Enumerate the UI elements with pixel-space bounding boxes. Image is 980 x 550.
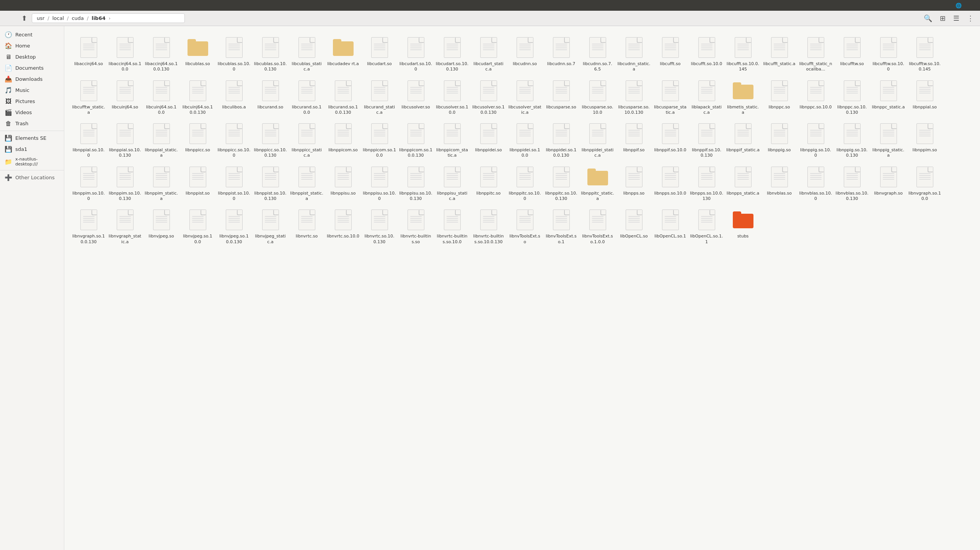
file-item[interactable]: libcufft_static_nocallba...	[797, 32, 834, 75]
file-item[interactable]: libcublas.so.10.0	[216, 32, 252, 75]
file-item[interactable]: libmetis_static.a	[725, 75, 761, 119]
file-item[interactable]: libaccinj64.so	[70, 32, 107, 75]
file-item[interactable]: libnppisu.so.10.0	[361, 162, 398, 205]
file-item[interactable]: libcufftw.so	[834, 32, 870, 75]
file-item[interactable]: libnppicc.so.10.0.130	[252, 118, 289, 162]
file-item[interactable]: libnppim_static.a	[143, 162, 179, 205]
sidebar-item-home[interactable]: 🏠 Home	[0, 40, 64, 51]
file-item[interactable]: libnppicom.so	[325, 118, 361, 162]
view-options-button[interactable]: ⊞	[937, 13, 949, 24]
file-item[interactable]: libnppidei_static.a	[579, 118, 616, 162]
forward-button[interactable]	[11, 17, 17, 20]
file-item[interactable]: libnppig_static.a	[870, 118, 907, 162]
file-item[interactable]: libcusparse.so.10.0.130	[616, 75, 652, 119]
file-item[interactable]: libnpps.so.10.0.130	[688, 162, 725, 205]
file-item[interactable]: stubs	[725, 205, 761, 248]
file-item[interactable]: libculibos.a	[216, 75, 252, 119]
file-item[interactable]: libnvrtc.so	[289, 205, 325, 248]
sidebar-item-x-nautilus[interactable]: 📁 x-nautilus-desktop:///	[0, 155, 64, 169]
file-item[interactable]: libcublas_static.a	[289, 32, 325, 75]
file-item[interactable]: libnvToolsExt.so	[507, 205, 543, 248]
file-item[interactable]: libnppial_static.a	[143, 118, 179, 162]
file-item[interactable]: libnvblas.so.10.0	[797, 162, 834, 205]
file-item[interactable]: libcuinj64.so.10.0	[143, 75, 179, 119]
sidebar-item-recent[interactable]: 🕐 Recent	[0, 29, 64, 40]
file-item[interactable]: libnppif_static.a	[725, 118, 761, 162]
file-item[interactable]: libOpenCL.so.1.1	[688, 205, 725, 248]
file-item[interactable]: libnppc.so.10.0.130	[834, 75, 870, 119]
back-button[interactable]	[3, 17, 9, 20]
file-item[interactable]: libnppim.so	[907, 118, 943, 162]
file-item[interactable]: libnvToolsExt.so.1	[543, 205, 579, 248]
file-item[interactable]: libnppist.so	[179, 162, 216, 205]
file-item[interactable]: libcudart.so	[361, 32, 398, 75]
file-item[interactable]: libnppitc.so	[470, 162, 507, 205]
file-item[interactable]: libnppc_static.a	[870, 75, 907, 119]
file-item[interactable]: libcufft.so.10.0.145	[725, 32, 761, 75]
file-item[interactable]: libcufft.so.10.0	[688, 32, 725, 75]
file-item[interactable]: libcudart.so.10.0.130	[434, 32, 470, 75]
breadcrumb-lib64[interactable]: lib64	[90, 15, 107, 22]
file-item[interactable]: libcufftw_static.a	[70, 75, 107, 119]
file-item[interactable]: libaccinj64.so.10.0.130	[143, 32, 179, 75]
file-item[interactable]: libnpps.so.10.0	[652, 162, 688, 205]
file-item[interactable]: libcusparse.so	[543, 75, 579, 119]
file-item[interactable]: libnppig.so	[761, 118, 797, 162]
file-item[interactable]: libnvToolsExt.so.1.0.0	[579, 205, 616, 248]
file-item[interactable]: libnvblas.so.10.0.130	[834, 162, 870, 205]
file-item[interactable]: libcudadev rt.a	[325, 32, 361, 75]
file-item[interactable]: libcuinj64.so.10.0.130	[179, 75, 216, 119]
file-item[interactable]: libnppif.so	[616, 118, 652, 162]
file-item[interactable]: libcusolver.so.10.0.130	[470, 75, 507, 119]
file-item[interactable]: libnppc.so.10.0	[797, 75, 834, 119]
file-item[interactable]: libcublas.so	[179, 32, 216, 75]
file-item[interactable]: libcusolver.so.10.0	[434, 75, 470, 119]
breadcrumb-local[interactable]: local	[51, 15, 65, 22]
sidebar-item-trash[interactable]: 🗑 Trash	[0, 118, 64, 129]
file-item[interactable]: libnvrtc.so.10.0.130	[361, 205, 398, 248]
file-item[interactable]: libnppisu_static.a	[434, 162, 470, 205]
file-item[interactable]: libcurand.so.10.0.130	[325, 75, 361, 119]
file-item[interactable]: libcufft.so	[652, 32, 688, 75]
list-view-button[interactable]: ☰	[950, 13, 962, 24]
file-item[interactable]: libnvjpeg.so	[143, 205, 179, 248]
file-item[interactable]: libnvgraph_static.a	[107, 205, 143, 248]
file-item[interactable]: libnppial.so.10.0.130	[107, 118, 143, 162]
file-item[interactable]: libnvblas.so	[761, 162, 797, 205]
file-item[interactable]: libnpps.so	[616, 162, 652, 205]
file-item[interactable]: libnppidei.so	[470, 118, 507, 162]
file-item[interactable]: libnppig.so.10.0.130	[834, 118, 870, 162]
file-item[interactable]: libnppicc_static.a	[289, 118, 325, 162]
file-item[interactable]: libnppidei.so.10.0	[507, 118, 543, 162]
file-item[interactable]: libaccinj64.so.10.0	[107, 32, 143, 75]
file-item[interactable]: libcusparse_static.a	[652, 75, 688, 119]
sidebar-item-music[interactable]: 🎵 Music	[0, 85, 64, 96]
file-item[interactable]: libnppicom_static.a	[434, 118, 470, 162]
file-item[interactable]: liblapack_static.a	[688, 75, 725, 119]
file-item[interactable]: libnvgraph.so.10.0	[907, 162, 943, 205]
file-item[interactable]: libnvjpeg_static.a	[252, 205, 289, 248]
sidebar-item-documents[interactable]: 📄 Documents	[0, 62, 64, 74]
parent-folder-button[interactable]: ⬆	[18, 13, 30, 24]
file-item[interactable]: libnppicc.so	[179, 118, 216, 162]
file-item[interactable]: libnppisu.so	[325, 162, 361, 205]
file-item[interactable]: libnppial.so	[907, 75, 943, 119]
file-item[interactable]: libOpenCL.so	[616, 205, 652, 248]
file-item[interactable]: libcusolver.so	[398, 75, 434, 119]
sidebar-item-elements-se[interactable]: 💾 Elements SE	[0, 133, 64, 144]
file-item[interactable]: libnppitc.so.10.0.130	[543, 162, 579, 205]
file-item[interactable]: libcudart_static.a	[470, 32, 507, 75]
file-item[interactable]: libnppicc.so.10.0	[216, 118, 252, 162]
file-item[interactable]: libnvrtc.so.10.0	[325, 205, 361, 248]
file-item[interactable]: libnvjpeg.so.10.0	[179, 205, 216, 248]
sidebar-item-videos[interactable]: 🎬 Videos	[0, 107, 64, 118]
file-item[interactable]: libOpenCL.so.1	[652, 205, 688, 248]
file-item[interactable]: libnvrtc-builtins.so	[398, 205, 434, 248]
file-item[interactable]: libcurand.so	[252, 75, 289, 119]
file-item[interactable]: libcufftw.so.10.0	[870, 32, 907, 75]
file-item[interactable]: libcudnn_static.a	[616, 32, 652, 75]
file-item[interactable]: libcudnn.so	[507, 32, 543, 75]
sidebar-item-sda1[interactable]: 💾 sda1	[0, 144, 64, 155]
file-item[interactable]: libnppc.so	[761, 75, 797, 119]
file-item[interactable]: libcudnn.so.7.6.5	[579, 32, 616, 75]
